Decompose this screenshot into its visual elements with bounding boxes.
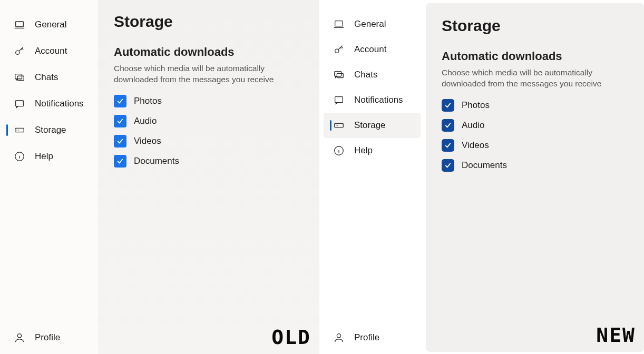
old-sidebar-list: General Account Chats Notifications Stor…: [0, 0, 98, 170]
sidebar-item-label: Help: [35, 151, 53, 162]
svg-rect-5: [15, 128, 24, 132]
checkbox-toggle[interactable]: [442, 139, 454, 152]
checkbox-label: Documents: [462, 160, 507, 171]
sidebar-item-label: Help: [354, 145, 373, 156]
sidebar-item-chats[interactable]: Chats: [0, 64, 98, 91]
sidebar-item-general[interactable]: General: [319, 12, 425, 37]
sidebar-item-label: Chats: [35, 72, 58, 83]
sidebar-item-help[interactable]: Help: [0, 143, 98, 170]
page-title: Storage: [114, 13, 304, 31]
checkbox-audio[interactable]: Audio: [114, 115, 304, 127]
checkbox-toggle[interactable]: [114, 135, 126, 148]
laptop-icon: [14, 19, 25, 31]
checkbox-audio[interactable]: Audio: [442, 119, 628, 132]
sidebar-item-account[interactable]: Account: [0, 38, 98, 64]
page-title: Storage: [442, 17, 628, 35]
section-description: Choose which media will be automatically…: [442, 67, 628, 90]
person-icon: [333, 332, 345, 343]
checkbox-toggle[interactable]: [114, 115, 126, 127]
new-tag: NEW: [596, 323, 636, 347]
new-check-list: Photos Audio Videos Documents: [442, 99, 628, 172]
section-title: Automatic downloads: [114, 45, 304, 59]
checkbox-label: Videos: [462, 140, 489, 151]
sidebar-item-label: Chats: [354, 70, 377, 80]
sidebar-item-notifications[interactable]: Notifications: [0, 91, 98, 117]
svg-rect-8: [335, 21, 343, 26]
checkbox-label: Documents: [134, 156, 179, 166]
sidebar-item-chats[interactable]: Chats: [319, 62, 425, 87]
laptop-icon: [333, 18, 345, 30]
person-icon: [14, 332, 25, 343]
checkbox-label: Photos: [134, 96, 162, 106]
sidebar-item-label: Account: [35, 46, 67, 56]
chats-icon: [333, 69, 345, 81]
checkbox-documents[interactable]: Documents: [442, 159, 628, 172]
new-sidebar-list: General Account Chats Notifications Stor…: [319, 0, 425, 163]
svg-rect-0: [16, 22, 24, 27]
svg-point-15: [337, 334, 340, 338]
info-icon: [333, 145, 345, 156]
info-icon: [14, 151, 25, 162]
checkbox-photos[interactable]: Photos: [442, 99, 628, 112]
sidebar-item-label: Storage: [35, 125, 66, 135]
sidebar-item-label: Profile: [354, 332, 379, 343]
checkbox-videos[interactable]: Videos: [114, 135, 304, 148]
sidebar-item-account[interactable]: Account: [319, 37, 425, 62]
storage-icon: [333, 120, 345, 131]
checkbox-toggle[interactable]: [442, 159, 454, 172]
sidebar-item-profile[interactable]: Profile: [319, 332, 425, 343]
sidebar-item-help[interactable]: Help: [319, 138, 425, 163]
old-sidebar: General Account Chats Notifications Stor…: [0, 0, 98, 354]
checkbox-label: Photos: [462, 100, 490, 111]
chats-icon: [14, 72, 25, 83]
sidebar-item-label: Notifications: [35, 99, 84, 109]
svg-rect-2: [15, 74, 22, 79]
checkbox-toggle[interactable]: [114, 155, 126, 168]
sidebar-item-notifications[interactable]: Notifications: [319, 87, 425, 113]
key-icon: [333, 44, 345, 55]
svg-rect-4: [16, 101, 24, 106]
new-sidebar: General Account Chats Notifications Stor…: [319, 0, 425, 354]
sidebar-item-general[interactable]: General: [0, 12, 98, 38]
svg-rect-12: [335, 97, 343, 103]
storage-icon: [14, 124, 25, 136]
svg-point-1: [16, 51, 19, 54]
svg-rect-10: [335, 72, 341, 76]
checkbox-toggle[interactable]: [442, 99, 454, 112]
sidebar-item-label: General: [35, 19, 66, 30]
section-description: Choose which media will be automatically…: [114, 63, 304, 85]
checkbox-label: Audio: [462, 120, 484, 131]
key-icon: [14, 45, 25, 57]
notify-icon: [333, 94, 345, 106]
svg-point-7: [17, 334, 21, 338]
svg-rect-11: [337, 73, 343, 77]
sidebar-item-label: Account: [354, 44, 386, 55]
old-check-list: Photos Audio Videos Documents: [114, 95, 304, 168]
sidebar-item-label: Notifications: [354, 95, 403, 105]
sidebar-item-storage[interactable]: Storage: [0, 117, 98, 143]
old-content-panel: Storage Automatic downloads Choose which…: [98, 0, 319, 354]
svg-rect-13: [335, 123, 344, 127]
svg-point-9: [335, 49, 339, 53]
sidebar-item-label: Profile: [35, 332, 60, 343]
sidebar-item-storage[interactable]: Storage: [324, 113, 421, 138]
checkbox-label: Videos: [134, 136, 161, 146]
old-tag: OLD: [271, 326, 311, 349]
new-content-panel: Storage Automatic downloads Choose which…: [426, 3, 644, 352]
sidebar-item-label: Storage: [354, 120, 386, 131]
checkbox-label: Audio: [134, 116, 157, 126]
checkbox-videos[interactable]: Videos: [442, 139, 628, 152]
checkbox-toggle[interactable]: [442, 119, 454, 132]
section-title: Automatic downloads: [442, 50, 628, 63]
sidebar-item-label: General: [354, 19, 386, 30]
svg-rect-3: [17, 76, 24, 80]
notify-icon: [14, 98, 25, 110]
checkbox-toggle[interactable]: [114, 95, 126, 107]
checkbox-documents[interactable]: Documents: [114, 155, 304, 168]
checkbox-photos[interactable]: Photos: [114, 95, 304, 107]
sidebar-item-profile[interactable]: Profile: [0, 332, 98, 343]
